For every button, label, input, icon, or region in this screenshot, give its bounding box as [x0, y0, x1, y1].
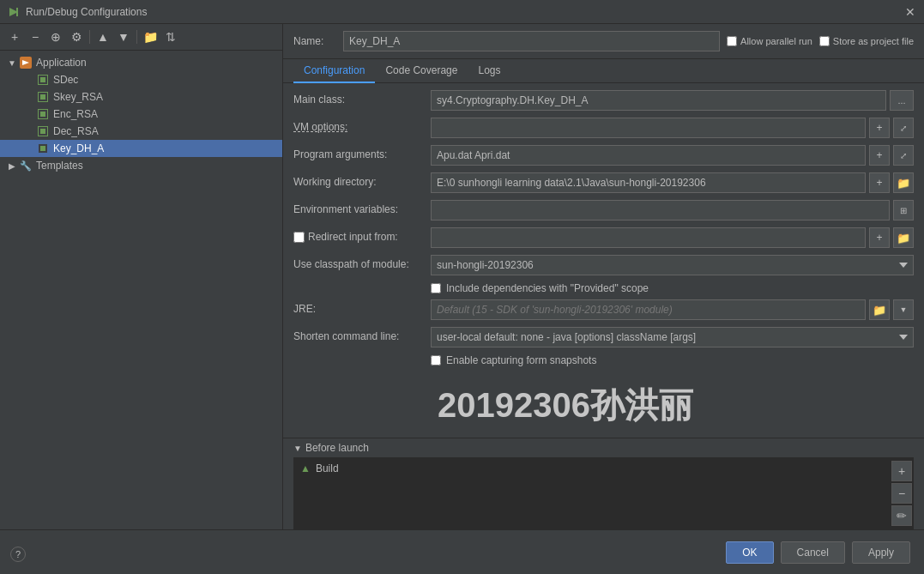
jre-input[interactable] — [431, 299, 866, 320]
expand-icon-templates: ▶ — [7, 160, 17, 171]
config-icon-skey-rsa — [36, 90, 50, 104]
settings-button[interactable]: ⚙ — [67, 27, 86, 46]
vm-options-input[interactable] — [431, 118, 866, 138]
env-vars-input[interactable] — [431, 200, 890, 221]
program-args-label: Program arguments: — [293, 145, 431, 160]
shorten-cmd-row: Shorten command line: user-local default… — [293, 327, 914, 349]
main-class-row: Main class: ... — [293, 90, 914, 112]
launch-remove-button[interactable]: − — [891, 483, 912, 504]
shorten-cmd-input-area: user-local default: none - java [options… — [431, 327, 914, 347]
name-input[interactable] — [343, 31, 720, 51]
launch-list: ▲ Build — [293, 457, 890, 529]
tab-code-coverage[interactable]: Code Coverage — [375, 59, 468, 83]
redirect-input-label: Redirect input from: — [293, 227, 431, 243]
include-dependencies-label: Include dependencies with "Provided" sco… — [446, 282, 649, 294]
config-tree: ▼ Application — [0, 51, 282, 529]
main-class-input[interactable] — [431, 90, 886, 111]
program-args-row: Program arguments: + ⤢ — [293, 145, 914, 167]
expand-icon-dec-rsa — [24, 126, 34, 136]
jre-row: JRE: 📁 ▼ — [293, 299, 914, 322]
program-args-input[interactable] — [431, 145, 866, 166]
env-vars-expand-button[interactable]: ⊞ — [893, 200, 914, 221]
tree-label-dec-rsa: Dec_RSA — [53, 125, 99, 137]
allow-parallel-checkbox[interactable] — [727, 36, 737, 46]
main-class-label: Main class: — [293, 90, 431, 106]
right-panel: Name: Allow parallel run Store as projec… — [283, 24, 924, 529]
title-bar: Run/Debug Configurations ✕ — [0, 0, 924, 24]
main-class-ellipsis-button[interactable]: ... — [890, 90, 914, 111]
use-classpath-label: Use classpath of module: — [293, 255, 431, 270]
sort-button[interactable]: ⇅ — [161, 27, 180, 46]
shorten-cmd-select[interactable]: user-local default: none - java [options… — [431, 327, 914, 347]
tree-label-sdec: SDec — [53, 74, 78, 86]
tree-label-key-dh-a: Key_DH_A — [53, 142, 104, 154]
use-classpath-input-area: sun-hongli-20192306 — [431, 255, 914, 275]
enable-capturing-checkbox[interactable] — [431, 355, 441, 366]
program-args-expand-button[interactable]: ⤢ — [893, 145, 914, 166]
cancel-button[interactable]: Cancel — [781, 541, 845, 564]
working-dir-row: Working directory: + 📁 — [293, 172, 914, 195]
use-classpath-select[interactable]: sun-hongli-20192306 — [431, 255, 914, 275]
window-title: Run/Debug Configurations — [26, 6, 903, 18]
jre-dropdown-button[interactable]: ▼ — [893, 299, 914, 320]
toolbar-separator-2 — [136, 30, 137, 44]
vm-options-label: VM options: — [293, 118, 431, 133]
tab-configuration[interactable]: Configuration — [293, 59, 375, 83]
launch-edit-button[interactable]: ✏ — [891, 505, 912, 526]
before-launch-header[interactable]: ▼ Before launch — [293, 438, 914, 457]
vm-options-add-button[interactable]: + — [869, 118, 890, 138]
launch-add-button[interactable]: + — [891, 461, 912, 481]
redirect-input-checkbox[interactable] — [293, 232, 305, 243]
left-panel: + − ⊕ ⚙ ▲ ▼ 📁 — [0, 24, 283, 529]
before-launch-section: ▼ Before launch ▲ Build + − ✏ — [283, 438, 924, 529]
tree-item-sdec[interactable]: SDec — [0, 71, 282, 88]
program-args-input-area: + ⤢ — [431, 145, 914, 166]
config-icon-key-dh-a — [36, 142, 50, 155]
working-dir-add-button[interactable]: + — [869, 172, 890, 193]
vm-options-expand-button[interactable]: ⤢ — [893, 118, 914, 138]
remove-config-button[interactable]: − — [26, 27, 45, 46]
working-dir-label: Working directory: — [293, 172, 431, 188]
help-button[interactable]: ? — [10, 547, 26, 562]
config-icon-sdec — [36, 73, 50, 87]
use-classpath-row: Use classpath of module: sun-hongli-2019… — [293, 255, 914, 277]
main-class-input-area: ... — [431, 90, 914, 111]
include-dependencies-checkbox[interactable] — [431, 283, 441, 293]
allow-parallel-label: Allow parallel run — [727, 36, 812, 46]
tree-item-application[interactable]: ▼ Application — [0, 54, 282, 71]
open-folder-button[interactable]: 📁 — [141, 27, 160, 46]
tree-label-enc-rsa: Enc_RSA — [53, 108, 98, 120]
config-icon-dec-rsa — [36, 124, 50, 138]
tree-item-dec-rsa[interactable]: Dec_RSA — [0, 123, 282, 140]
move-up-button[interactable]: ▲ — [94, 27, 112, 46]
working-dir-folder-button[interactable]: 📁 — [893, 172, 914, 193]
launch-side-buttons: + − ✏ — [890, 457, 914, 529]
move-down-button[interactable]: ▼ — [114, 27, 133, 46]
program-args-add-button[interactable]: + — [869, 145, 890, 166]
store-as-project-checkbox[interactable] — [819, 36, 830, 46]
tree-item-enc-rsa[interactable]: Enc_RSA — [0, 106, 282, 123]
close-button[interactable]: ✕ — [903, 5, 917, 19]
app-icon — [19, 56, 33, 69]
ok-button[interactable]: OK — [726, 541, 773, 564]
redirect-input-input[interactable] — [431, 227, 866, 248]
tab-logs[interactable]: Logs — [468, 59, 510, 83]
shorten-cmd-label: Shorten command line: — [293, 327, 431, 342]
tree-item-key-dh-a[interactable]: Key_DH_A — [0, 140, 282, 157]
apply-button[interactable]: Apply — [852, 541, 910, 564]
svg-rect-1 — [16, 8, 18, 16]
copy-config-button[interactable]: ⊕ — [46, 27, 65, 46]
name-label: Name: — [293, 35, 336, 47]
redirect-input-folder-button[interactable]: 📁 — [893, 227, 914, 248]
tree-item-templates[interactable]: ▶ 🔧 Templates — [0, 157, 282, 174]
working-dir-input[interactable] — [431, 172, 866, 193]
enable-capturing-row: Enable capturing form snapshots — [293, 354, 914, 366]
window-icon — [7, 5, 21, 19]
jre-folder-button[interactable]: 📁 — [869, 299, 890, 320]
tree-label-skey-rsa: Skey_RSA — [53, 91, 103, 103]
tree-item-skey-rsa[interactable]: Skey_RSA — [0, 88, 282, 106]
add-config-button[interactable]: + — [5, 27, 24, 46]
tree-label-templates: Templates — [36, 160, 83, 172]
template-icon: 🔧 — [19, 159, 33, 172]
redirect-input-add-button[interactable]: + — [869, 227, 890, 248]
